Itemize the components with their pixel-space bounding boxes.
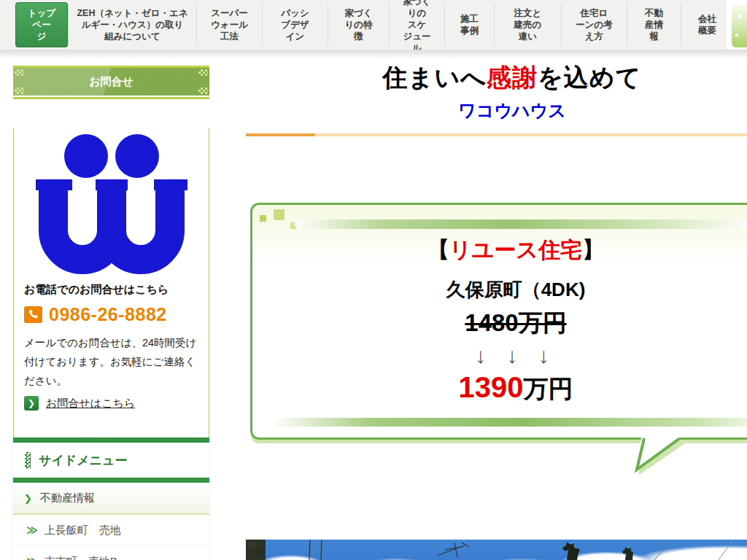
side-menu-divider-bar bbox=[13, 478, 209, 483]
double-chevron-icon: ≫ bbox=[26, 524, 38, 537]
divider bbox=[13, 97, 209, 99]
sidebar-item-sueyoshi[interactable]: ≫ 末吉町 売地B bbox=[13, 546, 209, 560]
new-price-number: 1390 bbox=[459, 371, 524, 403]
checker-corner bbox=[198, 88, 208, 94]
sidebar-item-kaminagae[interactable]: ≫ 上長飯町 売地 bbox=[13, 515, 209, 546]
bubble-heading: 【リユース住宅】 bbox=[427, 236, 604, 265]
nav-tab-realestate[interactable]: 不動 産情 報 bbox=[627, 4, 681, 46]
nav-tab-superwall[interactable]: スーパー ウォール 工法 bbox=[196, 4, 262, 46]
mail-note: メールでのお問合せは、24時間受け付けております。お気軽にご連絡ください。 bbox=[24, 334, 198, 390]
side-menu-top-bar bbox=[13, 438, 209, 443]
nav-tab-works[interactable]: 施工 事例 bbox=[444, 4, 494, 46]
page-title: 住まいへ感謝を込めて bbox=[246, 63, 747, 93]
title-prefix: 住まいへ bbox=[383, 63, 487, 91]
nav-tab-top-page[interactable]: トップ ペー ジ bbox=[15, 2, 68, 47]
logo-w-icon bbox=[31, 128, 192, 274]
orange-divider bbox=[246, 133, 747, 136]
reuse-house-label: リユース住宅 bbox=[449, 238, 582, 262]
right-side-banner[interactable] bbox=[732, 5, 747, 47]
nav-tab-order-vs-built[interactable]: 注文と 建売の 違い bbox=[494, 4, 561, 46]
title-highlight: 感謝 bbox=[487, 63, 538, 91]
chevron-right-icon: ❯ bbox=[24, 396, 39, 411]
contact-box-title: お問合せ bbox=[89, 75, 133, 89]
nav-tab-company[interactable]: 会社 概要 bbox=[681, 4, 733, 46]
new-price: 1390万円 bbox=[459, 371, 573, 406]
promo-speech-bubble: 【リユース住宅】 久保原町（4DK) 1480万円 ↓ ↓ ↓ 1390万円 bbox=[250, 203, 747, 440]
contact-box: お問合せ お電話でのお問合せはこちら bbox=[13, 66, 209, 443]
nav-tab-features[interactable]: 家づく りの特 徴 bbox=[328, 4, 389, 46]
contact-link[interactable]: お問合せはこちら bbox=[46, 397, 135, 411]
side-menu: サイドメニュー ❯ 不動産情報 ≫ 上長飯町 売地 ≫ 末吉町 売地B bbox=[13, 438, 209, 560]
top-nav-bar: トップ ペー ジ ZEH（ネット・ゼロ・エネ ルギー・ハウス）の取り 組みについ… bbox=[0, 0, 747, 50]
contact-box-body: お電話でのお問合せはこちら 0986-26-8882 メールでのお問合せは、24… bbox=[13, 128, 209, 443]
bracket-open: 【 bbox=[427, 238, 449, 262]
checker-corner bbox=[15, 88, 24, 94]
company-name: ワコウハウス bbox=[246, 99, 747, 122]
nav-tab-passive-design[interactable]: パッシ ブデザ イン bbox=[262, 4, 328, 46]
property-photo bbox=[246, 540, 747, 560]
phone-icon bbox=[24, 306, 42, 323]
photo-detail-overlay bbox=[246, 540, 747, 560]
down-arrows-icon: ↓ ↓ ↓ bbox=[475, 343, 557, 368]
phone-number[interactable]: 0986-26-8882 bbox=[49, 304, 167, 325]
checker-corner bbox=[198, 69, 208, 76]
sidebar-item-label: 末吉町 売地B bbox=[44, 555, 117, 560]
sidebar-item-label: 不動産情報 bbox=[40, 491, 95, 505]
property-name: 久保原町（4DK) bbox=[446, 277, 586, 303]
chevron-right-icon: ❯ bbox=[24, 493, 32, 504]
title-suffix: を込めて bbox=[538, 63, 641, 91]
sidebar-item-label: 上長飯町 売地 bbox=[44, 524, 121, 537]
checker-corner bbox=[15, 69, 24, 76]
bubble-content: 【リユース住宅】 久保原町（4DK) 1480万円 ↓ ↓ ↓ 1390万円 bbox=[252, 205, 747, 438]
sidebar-item-realestate[interactable]: ❯ 不動産情報 bbox=[13, 483, 209, 515]
menu-title-icon bbox=[25, 452, 31, 469]
phone-row: 0986-26-8882 bbox=[24, 304, 198, 325]
nav-tab-schedule[interactable]: 家づく りの スケ ジュー ル bbox=[389, 4, 444, 46]
new-price-unit: 万円 bbox=[523, 375, 573, 402]
side-menu-title-row: サイドメニュー bbox=[13, 443, 209, 478]
bubble-tail bbox=[250, 438, 747, 481]
bracket-close: 】 bbox=[582, 238, 604, 262]
banner-deco-square bbox=[735, 34, 738, 36]
contact-link-row: ❯ お問合せはこちら bbox=[24, 396, 198, 411]
nav-shadow bbox=[0, 50, 747, 59]
contact-box-header: お問合せ bbox=[13, 66, 209, 96]
nav-tab-zeh[interactable]: ZEH（ネット・ゼロ・エネ ルギー・ハウス）の取り 組みについて bbox=[68, 4, 196, 46]
nav-tab-loan[interactable]: 住宅ロ ーンの考 え方 bbox=[561, 4, 627, 46]
company-logo bbox=[31, 128, 192, 277]
main-header: 住まいへ感謝を込めて ワコウハウス bbox=[246, 63, 747, 136]
phone-label: お電話でのお問合せはこちら bbox=[24, 283, 198, 297]
side-menu-title: サイドメニュー bbox=[39, 452, 127, 469]
banner-deco-square bbox=[738, 15, 742, 18]
nav-tabs: トップ ペー ジ ZEH（ネット・ゼロ・エネ ルギー・ハウス）の取り 組みについ… bbox=[15, 0, 733, 50]
old-price: 1480万円 bbox=[465, 307, 566, 340]
double-chevron-icon: ≫ bbox=[26, 555, 38, 560]
